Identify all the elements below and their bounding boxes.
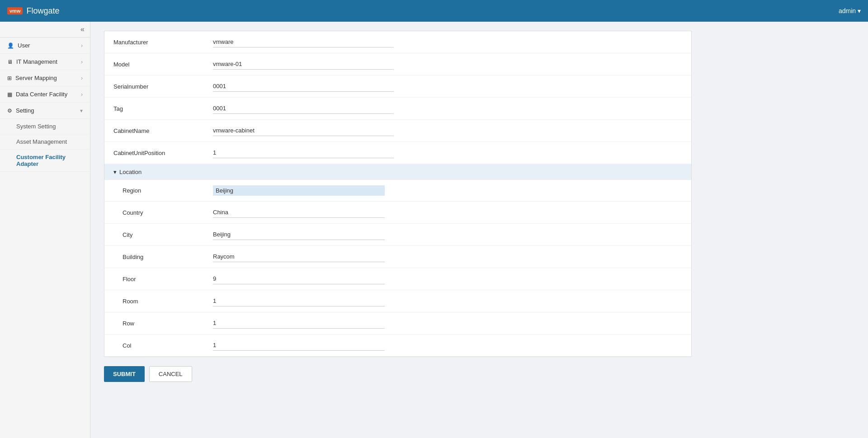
cabinetunitposition-label: CabinetUnitPosition [113, 150, 213, 156]
chevron-right-icon: › [81, 75, 83, 81]
nav-left: vmw Flowgate [7, 6, 60, 16]
sidebar-item-datacenter-label: Data Center Facility [16, 91, 67, 98]
room-row: Room [104, 290, 691, 312]
cancel-button[interactable]: CANCEL [149, 366, 192, 382]
tag-row: Tag [104, 98, 691, 120]
sidebar-item-user[interactable]: User › [0, 38, 90, 54]
cabinetname-input[interactable] [213, 125, 394, 136]
floor-label: Floor [123, 276, 213, 283]
floor-input[interactable] [213, 273, 385, 284]
sidebar: « User › IT Management › Server Mapping … [0, 22, 90, 438]
chevron-right-icon: › [81, 91, 83, 98]
region-label: Region [123, 187, 213, 194]
country-row: Country [104, 202, 691, 224]
app-title: Flowgate [26, 6, 59, 16]
cabinetname-row: CabinetName [104, 120, 691, 142]
datacenter-icon [7, 91, 12, 98]
top-navigation: vmw Flowgate admin ▾ [0, 0, 868, 22]
sidebar-item-datacenter[interactable]: Data Center Facility › [0, 86, 90, 103]
sidebar-item-it-label: IT Management [16, 58, 57, 65]
sidebar-item-user-label: User [18, 42, 30, 49]
sidebar-item-it-management[interactable]: IT Management › [0, 54, 90, 70]
location-header-label: Location [119, 169, 142, 175]
sidebar-collapse-button[interactable]: « [0, 22, 90, 38]
city-row: City [104, 224, 691, 246]
room-input[interactable] [213, 296, 385, 306]
row-input[interactable] [213, 318, 385, 329]
username-label: admin [839, 7, 856, 14]
tag-label: Tag [113, 105, 213, 112]
cabinetunitposition-input[interactable] [213, 147, 394, 158]
serialnumber-input[interactable] [213, 81, 394, 92]
room-label: Room [123, 298, 213, 305]
sidebar-sub-item-customer-facility-adapter[interactable]: Customer Facility Adapter [0, 150, 90, 172]
sidebar-item-setting-label: Setting [16, 107, 34, 114]
manufacturer-input[interactable] [213, 37, 394, 47]
col-label: Col [123, 342, 213, 349]
customer-facility-adapter-label: Customer Facility Adapter [16, 154, 66, 167]
city-input[interactable] [213, 229, 385, 240]
cabinetunitposition-row: CabinetUnitPosition [104, 142, 691, 164]
col-input[interactable] [213, 340, 385, 351]
region-input[interactable] [213, 185, 385, 196]
submit-button[interactable]: SUBMIT [104, 366, 145, 382]
vmw-logo: vmw [7, 7, 23, 14]
setting-icon [7, 107, 12, 114]
location-body: Region Country City Building Floor [104, 180, 691, 357]
model-label: Model [113, 61, 213, 68]
location-header[interactable]: ▾ Location [104, 164, 691, 180]
button-row: SUBMIT CANCEL [104, 357, 854, 391]
serialnumber-row: Serialnumber [104, 75, 691, 98]
chevron-right-icon: › [81, 59, 83, 65]
user-dropdown-icon: ▾ [858, 7, 861, 14]
country-input[interactable] [213, 207, 385, 218]
chevron-down-icon: ▾ [80, 108, 83, 114]
chevron-down-icon: ▾ [113, 169, 117, 175]
building-row: Building [104, 246, 691, 268]
asset-management-label: Asset Management [16, 138, 67, 145]
chevron-right-icon: › [81, 42, 83, 49]
tag-input[interactable] [213, 103, 394, 114]
server-icon [7, 75, 12, 81]
user-icon [7, 42, 14, 49]
cabinetname-label: CabinetName [113, 127, 213, 134]
manufacturer-row: Manufacturer [104, 31, 691, 53]
page-layout: « User › IT Management › Server Mapping … [0, 22, 868, 438]
it-icon [7, 58, 13, 65]
city-label: City [123, 231, 213, 238]
main-content: Manufacturer Model Serialnumber Tag Cabi… [90, 22, 868, 438]
chevron-left-icon: « [80, 25, 85, 33]
country-label: Country [123, 209, 213, 216]
user-menu[interactable]: admin ▾ [839, 7, 861, 14]
sidebar-item-server-label: Server Mapping [15, 75, 57, 81]
sidebar-item-server-mapping[interactable]: Server Mapping › [0, 70, 90, 86]
sidebar-sub-item-asset-management[interactable]: Asset Management [0, 134, 90, 150]
serialnumber-label: Serialnumber [113, 83, 213, 90]
manufacturer-label: Manufacturer [113, 39, 213, 46]
row-row: Row [104, 312, 691, 334]
floor-row: Floor [104, 268, 691, 290]
model-row: Model [104, 53, 691, 75]
building-label: Building [123, 254, 213, 260]
col-row: Col [104, 334, 691, 357]
model-input[interactable] [213, 59, 394, 70]
form-section: Manufacturer Model Serialnumber Tag Cabi… [104, 31, 692, 357]
building-input[interactable] [213, 251, 385, 262]
sidebar-sub-item-system-setting[interactable]: System Setting [0, 119, 90, 134]
region-row: Region [104, 180, 691, 202]
row-label: Row [123, 320, 213, 327]
sidebar-item-setting[interactable]: Setting ▾ [0, 103, 90, 119]
system-setting-label: System Setting [16, 123, 56, 130]
